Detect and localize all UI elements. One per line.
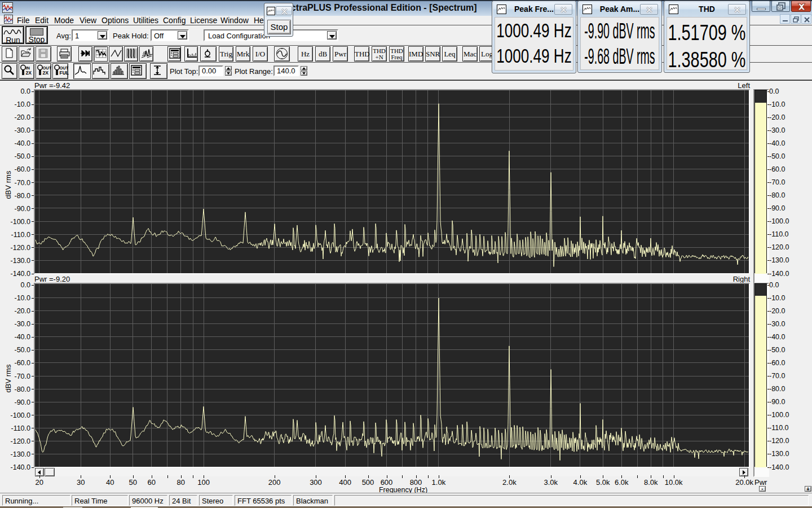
svg-text:FULL: FULL bbox=[60, 70, 69, 76]
svg-text:2X: 2X bbox=[26, 70, 32, 76]
svg-text:2X: 2X bbox=[43, 70, 49, 76]
